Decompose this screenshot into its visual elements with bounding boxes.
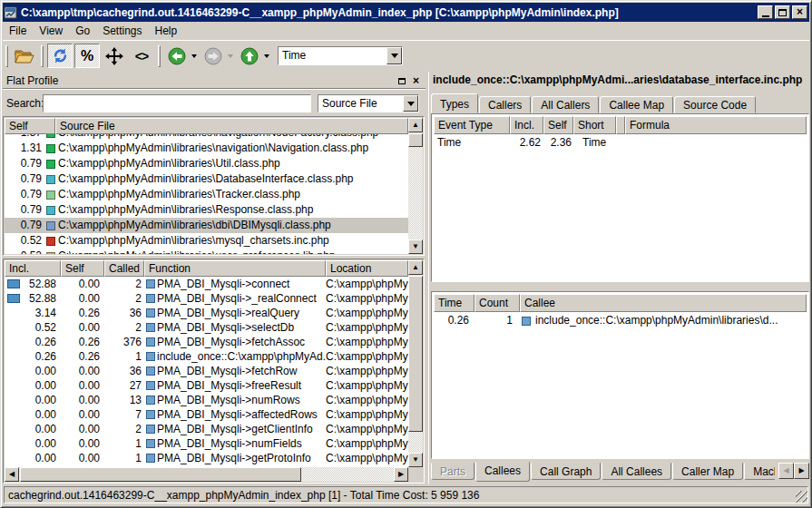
tab-machine-code[interactable]: Machine (744, 463, 775, 480)
source-file-row[interactable]: 0.79C:\xampp\phpMyAdmin\libraries\Tracke… (5, 187, 408, 202)
table-row[interactable]: 0.26 1 include_once::C:\xampp\phpMyAdmin… (434, 313, 807, 328)
column-header-self[interactable]: Self (5, 118, 55, 134)
percent-toggle-button[interactable]: % (74, 44, 100, 68)
group-by-select[interactable]: Source File (318, 94, 419, 112)
function-row[interactable]: 0.000.0036PMA_DBI_Mysqli->fetchRowC:\xam… (5, 364, 408, 378)
back-button[interactable] (164, 44, 190, 68)
vertical-scrollbar[interactable]: ▲ ▼ (408, 260, 423, 467)
column-header-event-type[interactable]: Event Type (434, 116, 510, 134)
source-file-row[interactable]: 0.52C:\xampp\phpMyAdmin\libraries\mysql_… (5, 233, 408, 249)
menu-view[interactable]: View (33, 23, 69, 39)
toolbar-grip[interactable] (41, 45, 44, 67)
tab-callee-map[interactable]: Callee Map (600, 96, 673, 113)
column-header-callee[interactable]: Callee (520, 294, 807, 312)
tab-callers[interactable]: Callers (479, 96, 531, 113)
scroll-down-icon[interactable]: ▼ (408, 239, 423, 254)
scroll-up-icon[interactable]: ▲ (408, 118, 423, 132)
scroll-left-icon[interactable]: ◀ (5, 467, 19, 482)
scroll-up-icon[interactable]: ▲ (408, 260, 423, 275)
back-dropdown-icon[interactable] (191, 54, 197, 58)
tab-call-graph[interactable]: Call Graph (531, 463, 601, 480)
function-row[interactable]: 52.880.002PMA_DBI_Mysqli->_realConnectC:… (5, 291, 408, 306)
source-file-row[interactable]: 0.79C:\xampp\phpMyAdmin\libraries\Databa… (5, 171, 408, 187)
function-row[interactable]: 52.880.002PMA_DBI_Mysqli->connectC:\xamp… (5, 277, 408, 291)
close-dock-button[interactable]: × (410, 75, 422, 86)
up-dropdown-icon[interactable] (264, 54, 269, 58)
function-name: PMA_DBI_Mysqli->fetchAssoc (157, 335, 305, 349)
reload-button[interactable] (47, 44, 73, 68)
function-row[interactable]: 0.000.002PMA_DBI_Mysqli->getClientInfoC:… (5, 422, 408, 436)
called-cell: 7 (104, 407, 144, 422)
cycle-detection-button[interactable] (102, 44, 127, 68)
function-row[interactable]: 3.140.2636PMA_DBI_Mysqli->realQueryC:\xa… (5, 306, 408, 320)
float-dock-button[interactable] (396, 75, 407, 86)
source-file-row[interactable]: 0.79C:\xampp\phpMyAdmin\libraries\dbi\DB… (5, 218, 408, 233)
function-row[interactable]: 0.000.0013PMA_DBI_Mysqli->numRowsC:\xamp… (5, 393, 408, 407)
column-header-called[interactable]: Called (104, 260, 144, 277)
table-row[interactable]: Time 2.62 2.36 Time (434, 135, 807, 151)
minimize-button[interactable] (758, 5, 773, 19)
maximize-button[interactable] (775, 5, 790, 19)
scrollbar-thumb[interactable] (408, 133, 423, 147)
function-row[interactable]: 0.260.26376PMA_DBI_Mysqli->fetchAssocC:\… (5, 335, 408, 349)
resize-grip[interactable] (796, 491, 807, 503)
function-row[interactable]: 0.000.001PMA_DBI_Mysqli->numFieldsC:\xam… (5, 436, 408, 451)
function-row[interactable]: 0.000.007PMA_DBI_Mysqli->affectedRowsC:\… (5, 407, 408, 422)
toolbar-grip[interactable] (5, 45, 8, 67)
menu-file[interactable]: File (3, 23, 33, 39)
scroll-right-icon[interactable]: ▶ (394, 467, 408, 482)
self-cell: 0.00 (61, 393, 104, 407)
source-file-row[interactable]: 0.79C:\xampp\phpMyAdmin\libraries\Util.c… (5, 156, 408, 171)
column-header-self[interactable]: Self (543, 116, 573, 134)
menu-help[interactable]: Help (149, 23, 184, 39)
relative-cost-button[interactable]: <> (129, 44, 154, 68)
column-header-formula[interactable]: Formula (625, 116, 807, 134)
tab-scroll-right-icon[interactable]: ▶ (794, 463, 809, 479)
up-button[interactable] (237, 44, 262, 68)
source-file-row[interactable]: 0.52C:\xampp\phpMyAdmin\libraries\user_p… (5, 249, 408, 254)
tab-all-callees[interactable]: All Callees (602, 463, 671, 480)
self-cell: 2.36 (543, 135, 573, 151)
function-row[interactable]: 0.000.001PMA_DBI_Mysqli->getProtoInfoC:\… (5, 451, 408, 465)
close-button[interactable]: × (792, 5, 807, 19)
function-row[interactable]: 0.260.261include_once::C:\xampp\phpMyAd.… (5, 349, 408, 364)
tab-source-code[interactable]: Source Code (674, 96, 756, 113)
source-file-row[interactable]: 1.31C:\xampp\phpMyAdmin\libraries\naviga… (5, 141, 408, 156)
event-type-select[interactable]: Time (278, 46, 403, 65)
menu-settings[interactable]: Settings (96, 23, 148, 39)
tab-callees[interactable]: Callees (475, 462, 530, 482)
scrollbar-thumb[interactable] (408, 276, 423, 432)
column-header-location[interactable]: Location (326, 260, 408, 277)
search-input[interactable] (43, 94, 311, 112)
tab-caller-map[interactable]: Caller Map (672, 463, 743, 480)
dock-title-bar[interactable]: Flat Profile × (3, 73, 426, 90)
function-row[interactable]: 0.520.002PMA_DBI_Mysqli->selectDbC:\xamp… (5, 320, 408, 335)
scrollbar-thumb[interactable] (20, 467, 301, 482)
source-file-row[interactable]: 0.79C:\xampp\phpMyAdmin\libraries\Respon… (5, 202, 408, 218)
column-header-spacer[interactable] (616, 116, 625, 134)
column-header-count[interactable]: Count (474, 294, 520, 312)
menu-go[interactable]: Go (69, 23, 96, 39)
toolbar-grip[interactable] (158, 45, 161, 67)
column-header-incl[interactable]: Incl. (510, 116, 543, 134)
open-file-button[interactable] (12, 44, 37, 68)
source-file-cell: C:\xampp\phpMyAdmin\libraries\dbi\DBIMys… (58, 218, 408, 233)
tab-parts[interactable]: Parts (431, 463, 474, 480)
column-header-incl[interactable]: Incl. (5, 260, 61, 277)
source-file-cell: C:\xampp\phpMyAdmin\libraries\navigation… (58, 134, 408, 141)
source-file-row[interactable]: 1.37C:\xampp\phpMyAdmin\libraries\naviga… (5, 134, 408, 141)
vertical-scrollbar[interactable]: ▲ ▼ (408, 118, 423, 254)
column-header-time[interactable]: Time (434, 294, 474, 312)
tab-all-callers[interactable]: All Callers (532, 96, 599, 113)
function-row[interactable]: 0.000.0027PMA_DBI_Mysqli->freeResultC:\x… (5, 378, 408, 393)
chevron-down-icon[interactable] (386, 47, 402, 64)
horizontal-scrollbar[interactable]: ◀ ▶ (5, 467, 408, 482)
scroll-down-icon[interactable]: ▼ (408, 453, 423, 467)
title-bar[interactable]: C:\xampp\tmp\cachegrind.out.1416463299-C… (3, 3, 809, 22)
column-header-source-file[interactable]: Source File (55, 118, 408, 134)
column-header-function[interactable]: Function (144, 260, 326, 277)
column-header-self[interactable]: Self (61, 260, 104, 277)
column-header-short[interactable]: Short (573, 116, 616, 134)
tab-types[interactable]: Types (431, 93, 478, 113)
chevron-down-icon[interactable] (403, 95, 418, 112)
